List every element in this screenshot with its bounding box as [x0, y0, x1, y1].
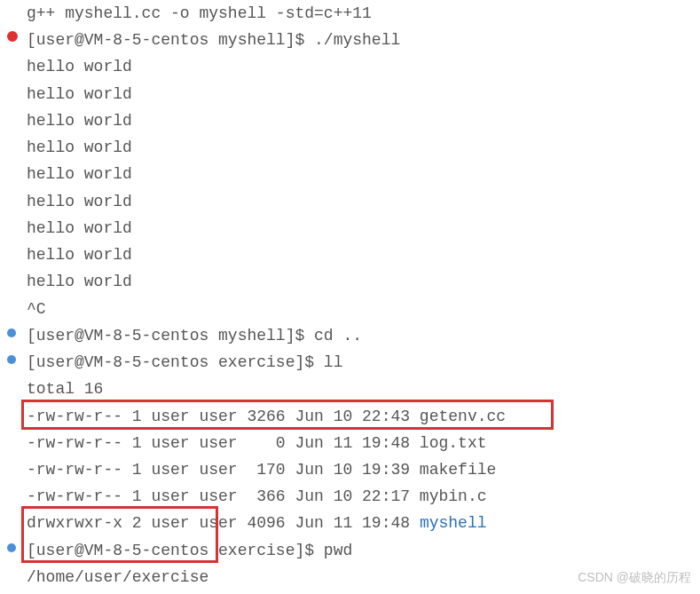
- output-line: -rw-rw-r-- 1 user user 3266 Jun 10 22:43…: [27, 403, 700, 430]
- output-line: -rw-rw-r-- 1 user user 170 Jun 10 19:39 …: [27, 456, 700, 483]
- text: [user@VM-8-5-centos myshell]$ ./myshell: [27, 31, 400, 49]
- output-line: hello world: [27, 161, 700, 187]
- text: hello world: [27, 58, 132, 75]
- output-line: hello world: [27, 81, 700, 107]
- output-line: ^C: [27, 296, 700, 322]
- terminal-output[interactable]: g++ myshell.cc -o myshell -std=c++11 [us…: [0, 0, 700, 594]
- output-line: -rw-rw-r-- 1 user user 366 Jun 10 22:17 …: [27, 483, 700, 510]
- prompt-line: [user@VM-8-5-centos myshell]$ ./myshell: [27, 27, 700, 53]
- status-dot-error-icon: [7, 31, 18, 42]
- status-dot-icon: [7, 543, 16, 552]
- text: /home/user/exercise: [27, 568, 208, 586]
- output-line: -rw-rw-r-- 1 user user 0 Jun 11 19:48 lo…: [27, 430, 700, 456]
- text: total 16: [27, 380, 103, 398]
- text: hello world: [27, 193, 132, 210]
- output-line: drwxrwxr-x 2 user user 4096 Jun 11 19:48…: [27, 510, 700, 536]
- output-line: hello world: [27, 242, 700, 268]
- output-line: hello world: [27, 188, 700, 215]
- text: hello world: [27, 219, 132, 237]
- text: hello world: [27, 165, 132, 183]
- text: hello world: [27, 85, 132, 103]
- directory-link[interactable]: myshell: [420, 514, 487, 532]
- text: [user@VM-8-5-centos exercise]$ pwd: [27, 542, 352, 559]
- prompt-line: [user@VM-8-5-centos myshell]$ cd ..: [27, 322, 700, 349]
- text: hello world: [27, 246, 132, 264]
- text: hello world: [27, 273, 132, 290]
- text: -rw-rw-r-- 1 user user 0 Jun 11 19:48 lo…: [27, 434, 486, 452]
- output-line: hello world: [27, 215, 700, 242]
- watermark-text: CSDN @破晓的历程: [578, 567, 691, 589]
- prompt-line: [user@VM-8-5-centos exercise]$ pwd: [27, 537, 700, 564]
- text: [user@VM-8-5-centos myshell]$ cd ..: [27, 327, 362, 345]
- status-dot-icon: [7, 329, 16, 337]
- text: -rw-rw-r-- 1 user user 3266 Jun 10 22:43…: [27, 408, 506, 425]
- text: -rw-rw-r-- 1 user user 366 Jun 10 22:17 …: [27, 487, 486, 505]
- text: [user@VM-8-5-centos exercise]$ ll: [27, 353, 342, 371]
- prompt-line: [user@VM-8-5-centos exercise]$ ll: [27, 349, 700, 376]
- text: g++ myshell.cc -o myshell -std=c++11: [27, 4, 372, 22]
- output-line: hello world: [27, 53, 700, 80]
- text: hello world: [27, 139, 132, 156]
- text: ^C: [27, 300, 46, 318]
- output-line: hello world: [27, 268, 700, 295]
- text: hello world: [27, 112, 132, 130]
- output-line: hello world: [27, 107, 700, 134]
- text: drwxrwxr-x 2 user user 4096 Jun 11 19:48: [27, 514, 420, 532]
- status-dot-icon: [7, 355, 16, 364]
- prompt-line[interactable]: [user@VM-8-5-centos exercise]$: [27, 590, 700, 594]
- text: -rw-rw-r-- 1 user user 170 Jun 10 19:39 …: [27, 461, 496, 479]
- output-line: g++ myshell.cc -o myshell -std=c++11: [27, 0, 700, 27]
- output-line: hello world: [27, 134, 700, 161]
- output-line: total 16: [27, 376, 700, 402]
